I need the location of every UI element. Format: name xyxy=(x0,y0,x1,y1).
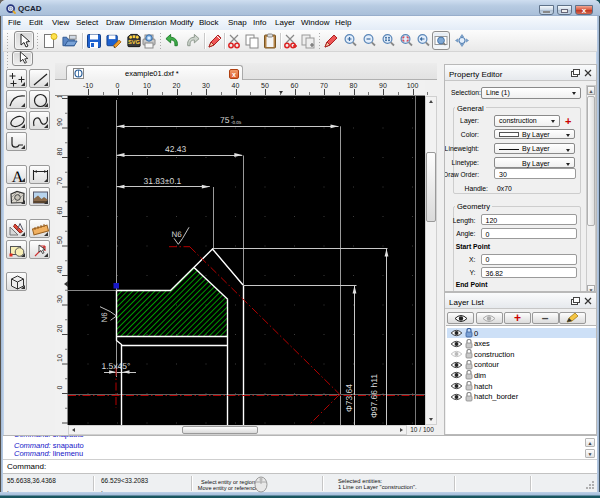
svg-text:1.5x45°: 1.5x45° xyxy=(102,361,131,371)
svg-text:30: 30 xyxy=(57,295,64,303)
svg-text:100: 100 xyxy=(57,96,64,98)
svg-text:70: 70 xyxy=(57,177,64,185)
svg-text:SVG: SVG xyxy=(128,39,140,46)
svg-text:0: 0 xyxy=(57,385,64,389)
svg-text:N6: N6 xyxy=(172,230,183,239)
svg-text:20: 20 xyxy=(57,325,64,333)
svg-text:-0.05: -0.05 xyxy=(231,120,242,125)
svg-text:80: 80 xyxy=(57,148,64,156)
svg-text:Φ97.66 h11: Φ97.66 h11 xyxy=(369,374,379,418)
svg-text:31.83±0.1: 31.83±0.1 xyxy=(144,176,182,186)
svg-text:50: 50 xyxy=(57,236,64,244)
svg-text:60: 60 xyxy=(57,207,64,215)
svg-text:90: 90 xyxy=(57,118,64,126)
svg-text:40: 40 xyxy=(57,266,64,274)
svg-text:N6: N6 xyxy=(100,312,109,323)
svg-text:42.43: 42.43 xyxy=(165,144,187,154)
svg-text:75: 75 xyxy=(220,115,230,125)
svg-text:Φ73.64: Φ73.64 xyxy=(344,384,354,412)
svg-text:10: 10 xyxy=(57,354,64,362)
svg-text:A: A xyxy=(12,169,24,185)
